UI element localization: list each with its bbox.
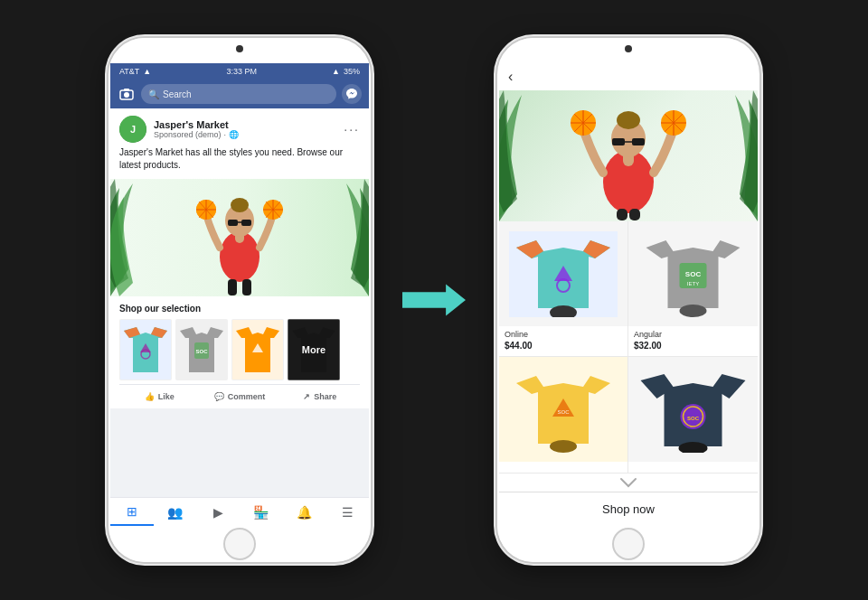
shop-icon: 🏪	[253, 505, 269, 520]
home-icon: ⊞	[127, 504, 137, 519]
messenger-icon[interactable]	[342, 84, 362, 104]
product-thumbnails: SOC	[119, 319, 360, 380]
search-icon: 🔍	[148, 89, 159, 99]
thumb-inner-3	[231, 319, 284, 380]
svg-rect-52	[617, 209, 627, 220]
product-info-3	[499, 462, 627, 473]
wifi-icon: ▲	[143, 67, 151, 76]
product-image-4: SOC	[628, 357, 758, 462]
menu-icon: ☰	[342, 505, 354, 520]
svg-point-8	[231, 198, 249, 212]
home-button-right[interactable]	[612, 528, 645, 560]
left-screen: AT&T ▲ 3:33 PM ▲ 35%	[110, 63, 369, 526]
nav-home[interactable]: ⊞	[110, 498, 154, 526]
account-name: Jasper's Market	[154, 119, 336, 130]
status-left: AT&T ▲	[119, 67, 151, 76]
like-label: Like	[158, 392, 175, 401]
product-thumb-2[interactable]: SOC	[175, 319, 228, 380]
post-meta: Jasper's Market Sponsored (demo) · 🌐	[154, 119, 336, 139]
status-bar: AT&T ▲ 3:33 PM ▲ 35%	[110, 63, 369, 80]
svg-marker-34	[402, 285, 466, 316]
action-bar: 👍 Like 💬 Comment ↗ Share	[119, 384, 360, 408]
svg-rect-39	[612, 138, 625, 145]
svg-text:SOC: SOC	[557, 409, 570, 415]
battery: 35%	[344, 67, 360, 76]
nav-bell[interactable]: 🔔	[283, 498, 326, 526]
shirt-2-icon: SOC	[176, 320, 227, 380]
product-thumb-more[interactable]: More	[288, 319, 340, 380]
palm-right-icon	[324, 179, 369, 296]
camera-icon[interactable]	[118, 85, 136, 103]
product-image-1	[499, 221, 627, 326]
product-thumb-3[interactable]	[231, 319, 284, 380]
phone-bottom-right	[497, 526, 760, 562]
post-hero-image	[110, 179, 369, 296]
search-box[interactable]: 🔍 Search	[141, 84, 336, 104]
product-grid: Online $44.00 SOC	[499, 221, 758, 473]
svg-point-66	[550, 440, 577, 453]
product-cell-3[interactable]: SOC	[499, 357, 628, 473]
nav-people[interactable]: 👥	[154, 498, 197, 526]
camera-right	[625, 45, 632, 52]
status-right: ▲ 35%	[332, 67, 360, 76]
product-shirt-2-icon: SOC IETY	[628, 231, 758, 317]
thumb-inner-2: SOC	[175, 319, 228, 380]
sponsored-label: Sponsored (demo) · 🌐	[154, 130, 336, 139]
product-cell-2[interactable]: SOC IETY Angular $32.00	[628, 221, 758, 357]
hero-scene	[110, 179, 369, 296]
comment-button[interactable]: 💬 Comment	[200, 389, 280, 405]
share-label: Share	[314, 392, 336, 401]
hero-product-image	[499, 90, 758, 221]
svg-rect-24	[242, 279, 251, 295]
product-shirt-1-icon	[499, 231, 627, 317]
svg-rect-53	[629, 209, 640, 220]
product-cell-4[interactable]: SOC	[628, 357, 758, 473]
palm-left-icon	[110, 179, 156, 296]
product-cell-1[interactable]: Online $44.00	[499, 221, 628, 357]
search-label: Search	[163, 89, 192, 99]
svg-rect-40	[632, 138, 645, 145]
post-more-button[interactable]: ···	[344, 122, 360, 136]
right-phone: ‹	[497, 38, 760, 562]
feed-content: J Jasper's Market Sponsored (demo) · 🌐	[110, 108, 369, 497]
globe-icon: 🌐	[229, 130, 239, 139]
dot-icon: ·	[224, 130, 227, 139]
phone-top-left	[108, 38, 371, 63]
hero-product-scene	[499, 90, 758, 221]
facebook-navbar: 🔍 Search	[110, 80, 369, 108]
product-thumb-1[interactable]	[119, 319, 172, 380]
post-text: Jasper's Market has all the styles you n…	[110, 146, 369, 179]
product-name-1: Online	[505, 330, 622, 339]
bell-icon: 🔔	[297, 505, 312, 520]
product-info-2: Angular $32.00	[628, 326, 758, 356]
avatar: J	[119, 116, 146, 143]
product-page: ‹	[499, 63, 758, 526]
more-label: More	[302, 344, 326, 355]
product-info-1: Online $44.00	[499, 326, 627, 356]
comment-icon: 💬	[214, 392, 224, 401]
left-phone: AT&T ▲ 3:33 PM ▲ 35%	[108, 38, 371, 562]
like-button[interactable]: 👍 Like	[119, 389, 200, 405]
back-button[interactable]: ‹	[508, 69, 513, 85]
share-button[interactable]: ↗ Share	[279, 389, 360, 405]
location-icon: ▲	[332, 67, 340, 76]
shirt-3-icon	[232, 320, 283, 380]
nav-shop[interactable]: 🏪	[240, 498, 283, 526]
product-name-2: Angular	[634, 330, 752, 339]
product-info-4	[628, 462, 758, 473]
svg-point-62	[680, 305, 707, 317]
arrow-container	[398, 282, 470, 318]
nav-menu[interactable]: ☰	[326, 498, 369, 526]
more-overlay: More	[288, 319, 340, 380]
shop-now-bar[interactable]: Shop now	[499, 492, 758, 526]
svg-text:SOC: SOC	[195, 349, 208, 354]
product-strip: Shop our selection	[110, 296, 369, 384]
product-price-1: $44.00	[505, 341, 622, 351]
chevron-down-icon	[619, 477, 637, 488]
home-button-left[interactable]	[223, 528, 256, 560]
post-header: J Jasper's Market Sponsored (demo) · 🌐	[110, 108, 369, 146]
time: 3:33 PM	[226, 67, 257, 76]
svg-rect-2	[124, 89, 129, 91]
nav-video[interactable]: ▶	[196, 498, 240, 526]
shop-now-label: Shop now	[602, 502, 655, 516]
